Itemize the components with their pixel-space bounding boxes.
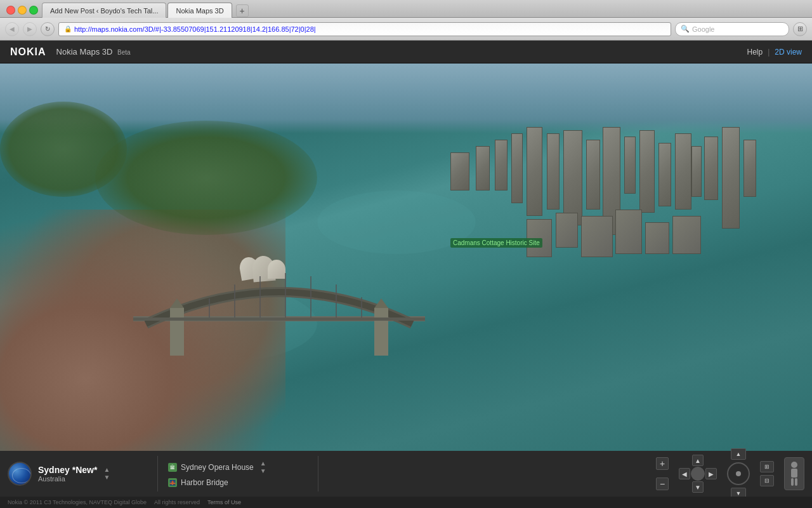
poi-1-up[interactable]: ▲ [260,460,266,467]
tilt-arc[interactable] [727,462,750,485]
poi-label-2: Harbor Bridge [181,478,228,487]
map-container[interactable]: Cadmans Cottage Historic Site [0,64,812,451]
divider-2 [318,456,318,491]
navigation-controls: + − ▲ ▼ ◀ ▶ ▲ ▼ [656,451,804,497]
parkland-west [0,102,127,197]
svg-rect-2 [374,308,388,356]
rss-button[interactable]: ⊞ [793,22,807,36]
address-text: http://maps.nokia.com/3D/#|-33.85507069|… [74,25,665,33]
svg-rect-1 [170,308,184,356]
poi-icon-1: 🏛 [168,463,177,472]
pan-up-button[interactable]: ▲ [692,455,704,466]
separator: | [768,48,769,57]
app-title: Nokia Maps 3D Beta [56,47,131,57]
tab-nokia-label: Nokia Maps 3D [176,7,223,15]
tab-nokia[interactable]: Nokia Maps 3D [167,3,232,18]
bottom-main: Sydney *New* Australia ▲ ▼ 🏛 Sydney Oper… [0,451,812,497]
svg-marker-4 [374,298,388,308]
new-tab-button[interactable]: + [236,4,249,17]
svg-rect-16 [795,478,797,486]
pan-down-button[interactable]: ▼ [692,481,704,493]
footer-copyright: Nokia © 2011 C3 Technologies, NAVTEQ Dig… [8,499,147,505]
poi-1-down[interactable]: ▼ [260,468,266,474]
close-button[interactable] [6,6,15,15]
globe-icon [8,462,32,486]
app-bar: NOKIA Nokia Maps 3D Beta Help | 2D view [0,41,812,64]
svg-rect-15 [791,478,794,486]
sky-layer [0,64,812,133]
lock-icon: 🔒 [64,25,72,32]
location-down-arrow[interactable]: ▼ [103,474,110,481]
tab-bar: Add New Post ‹ Boydo's Tech Tal... Nokia… [0,0,812,18]
location-section: Sydney *New* Australia ▲ ▼ [8,451,147,497]
parkland-center [95,121,317,235]
beta-badge: Beta [117,49,131,56]
svg-rect-14 [791,469,797,478]
pan-left-button[interactable]: ◀ [679,468,690,479]
poi-icon-2: 🌉 [168,478,177,487]
divider-1 [157,456,158,491]
city-country: Australia [38,475,97,483]
app-bar-right: Help | 2D view [747,48,802,57]
maximize-button[interactable] [29,6,38,15]
tab-blog-label: Add New Post ‹ Boydo's Tech Tal... [50,7,158,15]
poi-item-1: 🏛 Sydney Opera House ▲ ▼ [168,460,308,474]
location-up-arrow[interactable]: ▲ [103,467,110,473]
window-controls [3,0,42,17]
address-field[interactable]: 🔒 http://maps.nokia.com/3D/#|-33.8550706… [58,22,671,36]
footer-terms-link[interactable]: Terms of Use [207,499,241,505]
reload-button[interactable]: ↻ [41,22,55,36]
tilt-indicator [736,471,741,476]
bridge-svg [114,273,444,356]
pan-right-button[interactable]: ▶ [705,468,717,479]
help-link[interactable]: Help [747,48,763,57]
view-mode-btn-1[interactable]: ⊞ [760,461,774,472]
poi-1-arrows[interactable]: ▲ ▼ [260,460,266,474]
tilt-up-button[interactable]: ▲ [731,448,746,460]
view-toggle-link[interactable]: 2D view [775,48,802,57]
map-background: Cadmans Cottage Historic Site [0,64,812,451]
pan-center-button[interactable] [691,467,705,481]
forward-button[interactable]: ▶ [23,22,37,36]
minimize-button[interactable] [18,6,27,15]
address-bar: ◀ ▶ ↻ 🔒 http://maps.nokia.com/3D/#|-33.8… [0,18,812,41]
nokia-logo: NOKIA [10,46,46,58]
location-nav-arrows[interactable]: ▲ ▼ [103,467,110,481]
cadmans-cottage-label: Cadmans Cottage Historic Site [450,238,542,248]
location-info: Sydney *New* Australia [38,465,97,483]
city-name: Sydney *New* [38,465,97,475]
svg-rect-12 [133,318,425,321]
view-mode-btn-2[interactable]: ⊟ [760,475,774,486]
search-placeholder: Google [692,25,714,33]
streetview-person-icon[interactable] [784,457,804,490]
poi-item-2: 🌉 Harbor Bridge [168,478,308,487]
zoom-controls: + − [656,457,669,490]
svg-marker-3 [170,298,184,308]
tab-blog[interactable]: Add New Post ‹ Boydo's Tech Tal... [42,3,166,18]
search-field[interactable]: 🔍 Google [675,22,789,36]
bottom-footer: Nokia © 2011 C3 Technologies, NAVTEQ Dig… [0,497,812,508]
search-icon: 🔍 [681,25,690,33]
poi-label-1: Sydney Opera House [181,463,254,472]
directional-pad: ▲ ▼ ◀ ▶ [679,455,717,493]
back-button[interactable]: ◀ [5,22,19,36]
zoom-in-button[interactable]: + [656,457,669,470]
view-mode-controls: ⊞ ⊟ [760,461,774,486]
browser-window: Add New Post ‹ Boydo's Tech Tal... Nokia… [0,0,812,508]
footer-rights: All rights reserved [154,499,200,505]
harbor-bridge [114,273,444,356]
tilt-controls: ▲ ▼ [727,448,750,499]
bottom-bar: Sydney *New* Australia ▲ ▼ 🏛 Sydney Oper… [0,451,812,508]
poi-section: 🏛 Sydney Opera House ▲ ▼ 🌉 Harbor Bridge [168,451,308,497]
svg-point-13 [791,462,797,468]
zoom-out-button[interactable]: − [656,478,669,490]
